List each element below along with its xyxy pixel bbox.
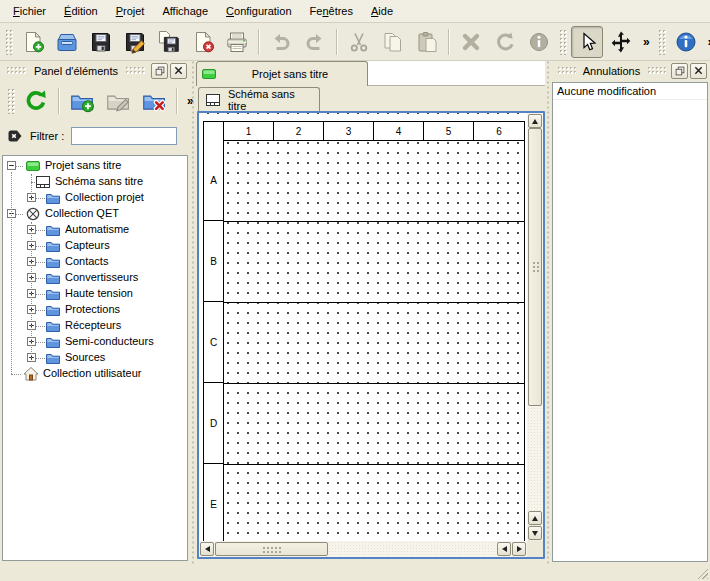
toolbar-handle[interactable] [7,88,15,114]
toolbar-handle[interactable] [5,29,13,55]
select-tool-button[interactable] [571,26,603,58]
scroll-left-button-2[interactable] [497,542,511,556]
qet-icon [25,206,41,222]
save-all-icon [157,30,181,54]
tree-item-label: Récepteurs [65,319,121,331]
arrow-right-icon [517,546,522,552]
reload-collections-button[interactable] [20,85,52,117]
delete-category-icon [141,88,167,114]
tree-guide [11,374,21,375]
toolbar-handle[interactable] [559,29,567,55]
tree-guide [11,172,12,374]
delete-button[interactable] [455,26,487,58]
column-headers: 123456 [204,122,524,141]
menu-edition[interactable]: Édition [55,2,107,20]
folder-icon [45,238,61,254]
menu-fenetres[interactable]: Fenêtres [301,2,362,20]
save-button[interactable] [85,26,117,58]
close-document-button[interactable] [187,26,219,58]
rotate-button[interactable] [489,26,521,58]
redo-button[interactable] [299,26,331,58]
clear-filter-button[interactable] [7,128,23,144]
folder-icon [45,318,61,334]
scroll-down-button[interactable] [528,526,542,540]
copy-button[interactable] [377,26,409,58]
scroll-left-button[interactable] [200,542,214,556]
close-document-icon [191,30,215,54]
toolbar-overflow-button[interactable]: » [703,35,710,49]
row-divider [224,464,524,465]
folder-icon [45,302,61,318]
menu-fichier[interactable]: Fichier [4,2,55,20]
new-category-button[interactable] [66,85,98,117]
scroll-up-button[interactable] [528,114,542,128]
properties-button[interactable] [523,26,555,58]
close-panel-button[interactable] [690,63,707,79]
cut-button[interactable] [343,26,375,58]
paste-button[interactable] [411,26,443,58]
move-tool-button[interactable] [605,26,637,58]
tree-item-label: Schéma sans titre [55,175,143,187]
filter-label: Filtrer : [30,130,64,142]
menu-aide[interactable]: Aide [362,2,402,20]
new-document-button[interactable] [17,26,49,58]
tree-guide [36,342,45,343]
tree-item-label: Projet sans titre [45,159,121,171]
menu-affichage[interactable]: Affichage [153,2,217,20]
tree-item-label: Sources [65,351,105,363]
size-grip[interactable] [695,566,708,579]
open-document-button[interactable] [51,26,83,58]
vertical-scrollbar[interactable] [527,113,543,541]
scroll-up-button-2[interactable] [528,511,542,525]
toolbar-separator [176,88,178,114]
undo-list-item[interactable]: Aucune modification [553,83,707,100]
menu-projet[interactable]: Projet [107,2,154,20]
tab-schema-label: Schéma sans titre [228,88,313,112]
close-icon [174,66,183,75]
tree-guide [36,278,45,279]
horizontal-scrollbar-thumb[interactable] [215,542,328,556]
close-panel-button[interactable] [170,63,187,79]
menu-configuration[interactable]: Configuration [217,2,300,20]
close-icon [694,66,703,75]
titlebar-texture [647,66,666,75]
diagram-canvas[interactable]: 123456 ABCDE [199,113,527,541]
project-area: Projet sans titre Schéma sans titre 1234… [196,61,545,564]
tab-schema[interactable]: Schéma sans titre [198,87,320,111]
tree-guide [31,222,32,358]
toolbar-handle[interactable] [658,29,666,55]
delete-icon [459,30,483,54]
tree-item[interactable]: Collection QET [3,206,187,222]
tree-item[interactable]: Collection utilisateur [3,366,187,382]
toolbar-overflow-button[interactable]: » [638,35,655,49]
move-tool-icon [609,30,633,54]
menu-bar: FichierÉditionProjetAffichageConfigurati… [0,0,710,23]
delete-category-button[interactable] [138,85,170,117]
tree-guide [16,166,23,167]
schema-tab-bar: Schéma sans titre [196,86,545,111]
tab-project[interactable]: Projet sans titre [196,61,368,86]
undo-panel-titlebar[interactable]: Annulations [551,61,710,80]
frame-corner-cell [204,122,224,140]
tree-item-label: Collection utilisateur [43,367,141,379]
tree-item-label: Capteurs [65,239,110,251]
save-as-button[interactable] [119,26,151,58]
about-qet-button[interactable] [670,26,702,58]
tree-guide [31,182,35,183]
save-all-button[interactable] [153,26,185,58]
edit-category-button[interactable] [102,85,134,117]
tree-item[interactable]: Projet sans titre [3,158,187,174]
folder-icon [45,334,61,350]
float-panel-button[interactable] [151,63,168,79]
vertical-scrollbar-thumb[interactable] [528,128,542,406]
row-header: A [204,140,223,221]
row-headers: ABCDE [204,140,224,541]
horizontal-scrollbar[interactable] [199,541,527,557]
undo-button[interactable] [265,26,297,58]
float-panel-button[interactable] [671,63,688,79]
elements-panel-titlebar[interactable]: Panel d'éléments [0,61,190,80]
filter-input[interactable] [71,127,177,145]
scroll-right-button[interactable] [512,542,526,556]
collapse-icon[interactable] [7,161,16,170]
print-button[interactable] [221,26,253,58]
